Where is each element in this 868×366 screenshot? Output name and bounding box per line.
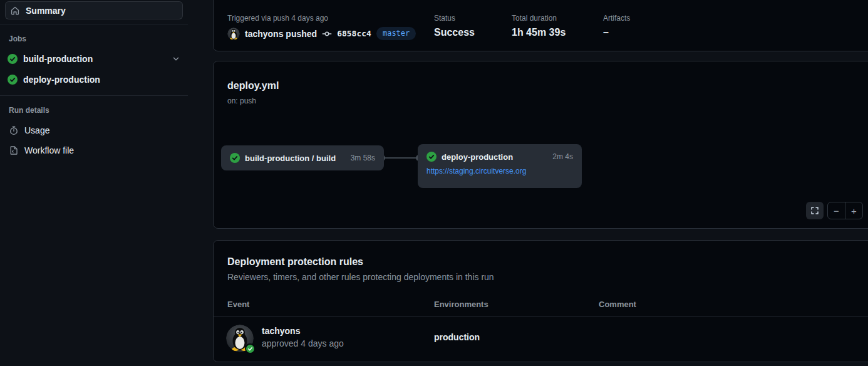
approved-badge-icon: [245, 343, 255, 353]
node-duration: 2m 4s: [552, 152, 573, 161]
triggered-text: Triggered via push 4 days ago: [227, 14, 328, 23]
status-value: Success: [434, 27, 475, 38]
jobs-heading: Jobs: [9, 34, 26, 43]
actor-text: tachyons pushed: [245, 29, 317, 39]
run-details-heading: Run details: [9, 106, 49, 115]
run-summary-header: Triggered via push 4 days ago tachyons p…: [213, 0, 868, 51]
sidebar-item-label: Workflow file: [24, 145, 74, 155]
sidebar-job-build-production[interactable]: build-production: [8, 54, 180, 64]
duration-value: 1h 45m 39s: [512, 27, 566, 38]
deployment-protection-panel: Deployment protection rules Reviewers, t…: [213, 240, 868, 362]
duration-label: Total duration: [512, 14, 557, 23]
fullscreen-icon: [810, 206, 819, 215]
status-label: Status: [434, 14, 455, 23]
panel-title: Deployment protection rules: [227, 256, 363, 268]
sidebar-item-workflow-file[interactable]: Workflow file: [9, 145, 180, 155]
zoom-out-button[interactable]: −: [828, 202, 845, 219]
job-label: deploy-production: [23, 75, 100, 85]
sidebar-divider: [0, 24, 188, 24]
sidebar-job-deploy-production[interactable]: deploy-production: [8, 75, 180, 85]
graph-node-build-production[interactable]: build-production / build 3m 58s: [221, 145, 384, 170]
avatar: [227, 28, 240, 40]
status-success-icon: [426, 152, 437, 162]
zoom-in-button[interactable]: +: [845, 202, 862, 219]
table-header-divider: [214, 316, 868, 317]
artifacts-label: Artifacts: [603, 14, 630, 23]
commit-sha-link[interactable]: 6858cc4: [337, 29, 371, 38]
graph-node-deploy-production[interactable]: deploy-production 2m 4s https://staging.…: [418, 144, 582, 188]
job-label: build-production: [23, 54, 93, 64]
node-duration: 3m 58s: [351, 154, 375, 162]
status-success-icon: [230, 153, 240, 163]
sidebar-divider: [0, 95, 188, 96]
workflow-graph-panel: deploy.yml on: push build-production / b…: [213, 61, 868, 229]
sidebar-item-label: Summary: [26, 6, 66, 16]
workflow-file-icon: [9, 145, 19, 155]
column-header-environments: Environments: [434, 300, 488, 309]
fit-view-button[interactable]: [806, 202, 824, 219]
status-success-icon: [8, 75, 18, 85]
node-label: deploy-production: [442, 152, 513, 162]
approval-text: approved 4 days ago: [262, 338, 344, 348]
column-header-comment: Comment: [599, 300, 636, 309]
commit-icon: [322, 29, 332, 39]
column-header-event: Event: [227, 300, 249, 309]
home-icon: [10, 6, 20, 16]
graph-edge: [382, 157, 420, 159]
sidebar-item-label: Usage: [24, 125, 49, 135]
approver-name: tachyons: [262, 326, 300, 336]
run-sidebar: Summary Jobs build-production deploy-pro…: [0, 0, 188, 366]
deployment-url-link[interactable]: https://staging.circuitverse.org: [426, 167, 526, 175]
commit-row: tachyons pushed 6858cc4 master: [227, 27, 416, 40]
status-success-icon: [8, 54, 18, 64]
node-label: build-production / build: [245, 154, 336, 163]
sidebar-item-usage[interactable]: Usage: [9, 125, 180, 135]
branch-badge[interactable]: master: [376, 27, 416, 40]
workflow-trigger: on: push: [227, 97, 256, 105]
sidebar-item-summary[interactable]: Summary: [5, 1, 183, 19]
workflow-file-name: deploy.yml: [227, 80, 279, 92]
panel-subtitle: Reviewers, timers, and other rules prote…: [227, 272, 494, 282]
artifacts-value: –: [603, 27, 609, 38]
chevron-down-icon[interactable]: [172, 55, 180, 63]
stopwatch-icon: [9, 125, 19, 135]
avatar: [226, 325, 254, 352]
environment-name: production: [434, 332, 480, 342]
zoom-control: − +: [827, 202, 863, 219]
